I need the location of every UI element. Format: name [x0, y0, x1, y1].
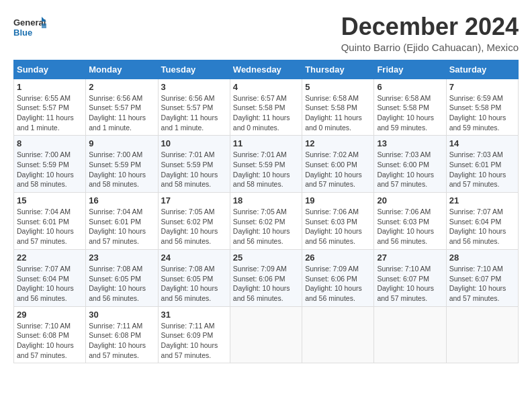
day-info: Sunrise: 7:05 AM Sunset: 6:02 PM Dayligh… [161, 207, 227, 246]
day-number: 11 [233, 138, 299, 148]
sunrise-text: Sunrise: 7:11 AM [89, 322, 142, 330]
day-info: Sunrise: 6:58 AM Sunset: 5:58 PM Dayligh… [377, 93, 443, 133]
daylight-text: Daylight: 10 hours and 56 minutes. [305, 284, 362, 302]
calendar-day-cell: 20 Sunrise: 7:06 AM Sunset: 6:03 PM Dayl… [374, 193, 446, 250]
day-number: 1 [17, 82, 83, 92]
sunset-text: Sunset: 6:09 PM [161, 331, 214, 339]
day-info: Sunrise: 7:05 AM Sunset: 6:02 PM Dayligh… [233, 207, 299, 246]
day-info: Sunrise: 6:56 AM Sunset: 5:57 PM Dayligh… [89, 93, 154, 133]
sunset-text: Sunset: 5:57 PM [161, 103, 214, 111]
day-number: 20 [377, 195, 443, 205]
day-info: Sunrise: 7:07 AM Sunset: 6:04 PM Dayligh… [17, 264, 83, 304]
sunset-text: Sunset: 6:02 PM [161, 218, 214, 226]
daylight-text: Daylight: 10 hours and 56 minutes. [161, 227, 218, 245]
daylight-text: Daylight: 10 hours and 57 minutes. [89, 227, 146, 245]
sunset-text: Sunset: 6:05 PM [89, 275, 141, 283]
day-number: 17 [161, 195, 227, 205]
day-info: Sunrise: 7:07 AM Sunset: 6:04 PM Dayligh… [449, 207, 515, 246]
daylight-text: Daylight: 10 hours and 57 minutes. [377, 171, 434, 189]
day-number: 12 [305, 138, 371, 148]
calendar-day-cell: 6 Sunrise: 6:58 AM Sunset: 5:58 PM Dayli… [374, 79, 446, 136]
day-info: Sunrise: 7:03 AM Sunset: 6:01 PM Dayligh… [449, 150, 515, 189]
weekday-header: Saturday [446, 60, 518, 79]
daylight-text: Daylight: 11 hours and 0 minutes. [233, 113, 290, 132]
daylight-text: Daylight: 11 hours and 0 minutes. [305, 113, 362, 132]
day-number: 28 [449, 253, 515, 263]
daylight-text: Daylight: 10 hours and 57 minutes. [89, 341, 146, 359]
sunrise-text: Sunrise: 6:57 AM [233, 94, 287, 102]
calendar-day-cell: 28 Sunrise: 7:10 AM Sunset: 6:07 PM Dayl… [446, 249, 518, 306]
sunrise-text: Sunrise: 7:10 AM [377, 265, 431, 273]
calendar-day-cell: 3 Sunrise: 6:56 AM Sunset: 5:57 PM Dayli… [158, 79, 230, 136]
svg-text:General: General [13, 17, 46, 28]
daylight-text: Daylight: 10 hours and 57 minutes. [17, 341, 74, 359]
sunrise-text: Sunrise: 7:07 AM [449, 208, 503, 216]
calendar-day-cell: 21 Sunrise: 7:07 AM Sunset: 6:04 PM Dayl… [446, 193, 518, 250]
sunset-text: Sunset: 5:58 PM [233, 103, 285, 111]
sunrise-text: Sunrise: 7:06 AM [305, 208, 359, 216]
day-info: Sunrise: 7:08 AM Sunset: 6:05 PM Dayligh… [89, 264, 154, 304]
day-number: 8 [17, 138, 83, 148]
daylight-text: Daylight: 10 hours and 56 minutes. [449, 227, 506, 245]
calendar-day-cell: 10 Sunrise: 7:01 AM Sunset: 5:59 PM Dayl… [158, 136, 230, 193]
calendar-week-row: 8 Sunrise: 7:00 AM Sunset: 5:59 PM Dayli… [14, 136, 519, 193]
day-number: 29 [17, 310, 83, 320]
sunset-text: Sunset: 6:07 PM [449, 275, 502, 283]
sunset-text: Sunset: 5:57 PM [89, 103, 141, 111]
title-block: December 2024 Quinto Barrio (Ejido Cahua… [341, 13, 519, 53]
day-info: Sunrise: 7:10 AM Sunset: 6:07 PM Dayligh… [377, 264, 443, 304]
location: Quinto Barrio (Ejido Cahuacan), Mexico [341, 42, 519, 53]
daylight-text: Daylight: 10 hours and 57 minutes. [449, 284, 506, 302]
calendar-day-cell: 30 Sunrise: 7:11 AM Sunset: 6:08 PM Dayl… [86, 306, 158, 363]
day-info: Sunrise: 6:58 AM Sunset: 5:58 PM Dayligh… [305, 93, 371, 133]
daylight-text: Daylight: 10 hours and 58 minutes. [17, 171, 74, 189]
daylight-text: Daylight: 10 hours and 56 minutes. [233, 227, 290, 245]
sunrise-text: Sunrise: 7:03 AM [449, 150, 503, 158]
calendar-week-row: 15 Sunrise: 7:04 AM Sunset: 6:01 PM Dayl… [14, 193, 519, 250]
sunrise-text: Sunrise: 7:04 AM [17, 208, 71, 216]
day-info: Sunrise: 7:11 AM Sunset: 6:09 PM Dayligh… [161, 321, 227, 361]
calendar-day-cell [446, 306, 518, 363]
day-number: 10 [161, 138, 227, 148]
sunset-text: Sunset: 5:57 PM [17, 103, 69, 111]
day-number: 7 [449, 82, 515, 92]
daylight-text: Daylight: 10 hours and 56 minutes. [89, 284, 146, 302]
day-info: Sunrise: 7:04 AM Sunset: 6:01 PM Dayligh… [17, 207, 83, 246]
day-number: 27 [377, 253, 443, 263]
day-number: 30 [89, 310, 154, 320]
sunrise-text: Sunrise: 7:00 AM [89, 150, 142, 158]
day-number: 15 [17, 195, 83, 205]
calendar-day-cell: 18 Sunrise: 7:05 AM Sunset: 6:02 PM Dayl… [230, 193, 302, 250]
calendar-day-cell: 14 Sunrise: 7:03 AM Sunset: 6:01 PM Dayl… [446, 136, 518, 193]
sunset-text: Sunset: 6:00 PM [377, 161, 429, 169]
day-info: Sunrise: 7:10 AM Sunset: 6:08 PM Dayligh… [17, 321, 83, 361]
day-number: 2 [89, 82, 154, 92]
calendar-day-cell [302, 306, 374, 363]
daylight-text: Daylight: 10 hours and 56 minutes. [17, 284, 74, 302]
calendar-day-cell: 8 Sunrise: 7:00 AM Sunset: 5:59 PM Dayli… [14, 136, 86, 193]
sunrise-text: Sunrise: 7:08 AM [161, 265, 215, 273]
weekday-header: Thursday [302, 60, 374, 79]
weekday-header: Monday [86, 60, 158, 79]
daylight-text: Daylight: 11 hours and 1 minute. [161, 113, 218, 132]
sunrise-text: Sunrise: 7:01 AM [161, 150, 215, 158]
month-title: December 2024 [341, 13, 519, 40]
sunrise-text: Sunrise: 7:09 AM [233, 265, 287, 273]
day-info: Sunrise: 7:01 AM Sunset: 5:59 PM Dayligh… [161, 150, 227, 189]
day-info: Sunrise: 6:59 AM Sunset: 5:58 PM Dayligh… [449, 93, 515, 133]
sunset-text: Sunset: 6:01 PM [449, 161, 502, 169]
calendar-day-cell: 2 Sunrise: 6:56 AM Sunset: 5:57 PM Dayli… [86, 79, 158, 136]
daylight-text: Daylight: 10 hours and 56 minutes. [377, 227, 434, 245]
calendar-day-cell [374, 306, 446, 363]
sunset-text: Sunset: 5:58 PM [377, 103, 429, 111]
weekday-header: Wednesday [230, 60, 302, 79]
calendar-day-cell: 11 Sunrise: 7:01 AM Sunset: 5:59 PM Dayl… [230, 136, 302, 193]
sunset-text: Sunset: 6:00 PM [305, 161, 357, 169]
day-number: 24 [161, 253, 227, 263]
day-info: Sunrise: 6:57 AM Sunset: 5:58 PM Dayligh… [233, 93, 299, 133]
svg-text:Blue: Blue [13, 28, 32, 38]
calendar-day-cell: 31 Sunrise: 7:11 AM Sunset: 6:09 PM Dayl… [158, 306, 230, 363]
calendar-week-row: 1 Sunrise: 6:55 AM Sunset: 5:57 PM Dayli… [14, 79, 519, 136]
daylight-text: Daylight: 10 hours and 57 minutes. [17, 227, 74, 245]
day-info: Sunrise: 7:04 AM Sunset: 6:01 PM Dayligh… [89, 207, 154, 246]
